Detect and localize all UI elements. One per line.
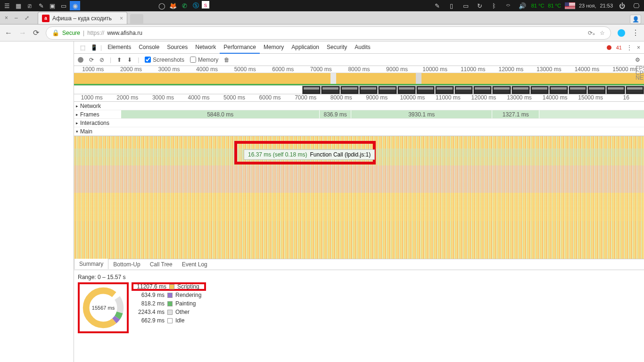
legend-row: 662.9 msIdle: [132, 316, 206, 325]
devtools-tab-elements[interactable]: Elements: [104, 41, 135, 54]
forward-button[interactable]: →: [19, 29, 26, 37]
tab-close-icon[interactable]: ×: [120, 15, 123, 22]
error-indicator-icon[interactable]: [607, 45, 611, 50]
filmstrip-frame[interactable]: [397, 86, 416, 94]
battery-icon[interactable]: ▯: [446, 1, 457, 10]
frames-track[interactable]: Frames 5848.0 ms 836.9 ms 3930.1 ms 1327…: [74, 110, 644, 119]
devtools-tab-audits[interactable]: Audits: [351, 41, 374, 54]
settings-gear-icon[interactable]: ⚙: [635, 57, 640, 63]
filmstrip-frame[interactable]: [416, 86, 435, 94]
whatsapp-icon[interactable]: ✆: [179, 1, 190, 10]
screenshots-checkbox[interactable]: Screenshots: [145, 57, 184, 63]
overview-strip[interactable]: 1000 ms2000 ms3000 ms4000 ms5000 ms6000 …: [74, 66, 644, 94]
filmstrip-frame[interactable]: [378, 86, 396, 94]
filmstrip-frame[interactable]: [302, 86, 321, 94]
filmstrip-frame[interactable]: [492, 86, 511, 94]
window-maximize-icon[interactable]: ⤢: [25, 15, 29, 21]
inspect-element-icon[interactable]: ⬚: [78, 44, 87, 51]
memory-input[interactable]: [190, 57, 196, 63]
firefox-icon[interactable]: 🦊: [168, 1, 178, 10]
screenshots-input[interactable]: [145, 57, 151, 63]
error-count[interactable]: 41: [616, 45, 622, 50]
filmstrip-frame[interactable]: [359, 86, 378, 94]
devtools-tab-security[interactable]: Security: [323, 41, 351, 54]
editor-icon[interactable]: ✎: [36, 1, 46, 10]
summary-donut-chart: 15567 ms: [81, 285, 126, 330]
profile-button[interactable]: 👤: [630, 15, 641, 24]
slack-icon[interactable]: s: [202, 1, 209, 8]
record-button[interactable]: [78, 57, 83, 63]
window-close-icon[interactable]: ×: [5, 15, 8, 21]
devtools-tab-application[interactable]: Application: [288, 41, 323, 54]
summary-tab-event-log[interactable]: Event Log: [177, 259, 212, 270]
wifi-icon[interactable]: ⌔: [503, 1, 513, 10]
main-track[interactable]: Main: [74, 127, 644, 136]
performance-toolbar: ⟳ ⊘ | ⬆ ⬇ | Screenshots Memory 🗑 ⚙: [74, 54, 644, 66]
frame-block: 1327.1 ms: [492, 110, 539, 118]
cpu-temp-2: 81 °C: [548, 3, 561, 8]
memory-checkbox[interactable]: Memory: [190, 57, 218, 63]
calculator-icon[interactable]: ▦: [13, 1, 24, 10]
save-profile-icon[interactable]: ⬇: [127, 57, 132, 63]
window-minimize-icon[interactable]: –: [15, 15, 18, 21]
summary-tab-call-tree[interactable]: Call Tree: [145, 259, 177, 270]
devtools-tab-sources[interactable]: Sources: [163, 41, 191, 54]
chrome-icon[interactable]: ◯: [157, 1, 167, 10]
devtools-menu-icon[interactable]: ⋮: [627, 44, 632, 51]
clear-button[interactable]: ⊘: [99, 57, 104, 63]
filmstrip-frame[interactable]: [569, 86, 587, 94]
taskbar-date: 23 ноя,: [579, 3, 596, 8]
filmstrip-frame[interactable]: [587, 86, 606, 94]
terminal-icon[interactable]: ▣: [47, 1, 58, 10]
bluetooth-icon[interactable]: ᛒ: [489, 1, 499, 10]
filmstrip-frame[interactable]: [340, 86, 359, 94]
app-launcher-icon[interactable]: ☰: [2, 1, 12, 10]
back-button[interactable]: ←: [5, 29, 12, 37]
new-tab-button[interactable]: [130, 14, 143, 24]
devtools-close-icon[interactable]: ×: [637, 44, 640, 51]
filmstrip-frame[interactable]: [473, 86, 492, 94]
browser-tab[interactable]: a Афиша – куда сходить ×: [38, 12, 127, 24]
filmstrip-frame[interactable]: [454, 86, 473, 94]
devtools-tab-memory[interactable]: Memory: [260, 41, 288, 54]
mixer-icon[interactable]: ⎚: [25, 1, 35, 10]
power-icon[interactable]: ⏻: [617, 1, 627, 10]
summary-tab-bottom-up[interactable]: Bottom-Up: [108, 259, 145, 270]
monitor-icon[interactable]: 🖵: [631, 1, 641, 10]
filmstrip-frame[interactable]: [626, 86, 644, 94]
filmstrip-frame[interactable]: [549, 86, 568, 94]
flame-chart[interactable]: 16.37 ms (self 0.18 ms) Function Call (l…: [74, 136, 644, 259]
trash-icon[interactable]: 🗑: [224, 57, 230, 63]
reload-button[interactable]: ⟳: [33, 28, 39, 37]
sync-icon[interactable]: ↻: [475, 1, 485, 10]
files-icon[interactable]: ▭: [58, 1, 69, 10]
interactions-track[interactable]: Interactions: [74, 119, 644, 127]
omnibox[interactable]: 🔒 Secure | https://www.afisha.ru ⟳ₐ ☆: [46, 26, 611, 40]
filmstrip-frame[interactable]: [321, 86, 339, 94]
filmstrip-frame[interactable]: [606, 86, 625, 94]
load-profile-icon[interactable]: ⬆: [117, 57, 122, 63]
device-toggle-icon[interactable]: 📱: [89, 44, 99, 51]
keyboard-flag-icon[interactable]: [565, 2, 575, 9]
translate-icon[interactable]: ⟳ₐ: [588, 30, 595, 36]
edit-icon[interactable]: ✎: [432, 1, 443, 10]
devtools-tab-performance[interactable]: Performance: [220, 41, 260, 54]
display-icon[interactable]: ▭: [461, 1, 471, 10]
summary-tab-summary[interactable]: Summary: [74, 259, 108, 269]
filmstrip-frame[interactable]: [512, 86, 530, 94]
ruler-tick: 14000 ms: [537, 94, 573, 101]
legend-ms: 2243.4 ms: [132, 309, 165, 315]
volume-icon[interactable]: 🔊: [517, 1, 528, 10]
devtools-tab-network[interactable]: Network: [191, 41, 220, 54]
skype-icon[interactable]: Ⓢ: [190, 1, 201, 10]
devtools-tab-console[interactable]: Console: [135, 41, 163, 54]
filmstrip-frame[interactable]: [530, 86, 549, 94]
frames-body: 5848.0 ms 836.9 ms 3930.1 ms 1327.1 ms: [121, 110, 644, 118]
menu-icon[interactable]: ⋮: [632, 28, 639, 37]
reload-record-button[interactable]: ⟳: [89, 57, 94, 63]
extension-opera-icon[interactable]: [618, 29, 625, 37]
chrome-task-icon[interactable]: ◉: [70, 1, 80, 10]
filmstrip-frame[interactable]: [435, 86, 454, 94]
network-track[interactable]: Network: [74, 102, 644, 110]
bookmark-star-icon[interactable]: ☆: [600, 30, 605, 36]
